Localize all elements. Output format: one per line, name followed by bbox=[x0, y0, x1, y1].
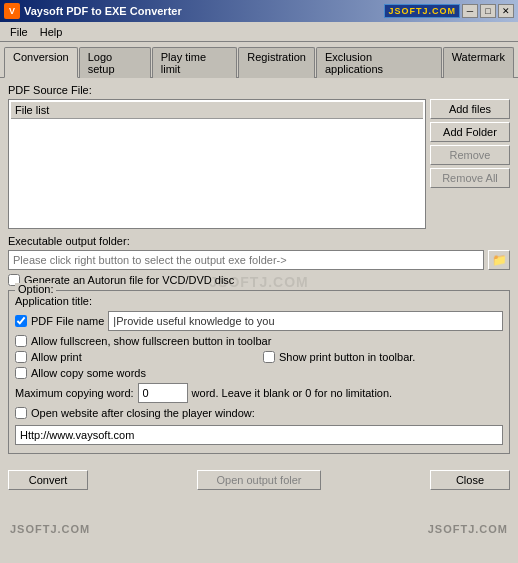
tab-conversion[interactable]: Conversion bbox=[4, 47, 78, 78]
output-label: Executable output folder: bbox=[8, 235, 510, 247]
watermark-bottom-right: JSOFTJ.COM bbox=[428, 523, 508, 535]
file-list-box: File list bbox=[8, 99, 426, 229]
file-list-area: File list Add files Add Folder Remove Re… bbox=[8, 99, 510, 229]
pdf-filename-checkbox[interactable] bbox=[15, 315, 27, 327]
bottom-bar: Convert Open output foler Close bbox=[0, 466, 518, 494]
open-output-button[interactable]: Open output foler bbox=[197, 470, 320, 490]
allow-print-col: Allow print bbox=[15, 351, 255, 363]
allow-print-label: Allow print bbox=[31, 351, 82, 363]
app-title-row: Application title: bbox=[15, 295, 503, 307]
add-folder-button[interactable]: Add Folder bbox=[430, 122, 510, 142]
max-copy-label: Maximum copying word: bbox=[15, 387, 134, 399]
file-buttons: Add files Add Folder Remove Remove All bbox=[430, 99, 510, 229]
max-copy-row: Maximum copying word: word. Leave it bla… bbox=[15, 383, 503, 403]
show-print-label: Show print button in toolbar. bbox=[279, 351, 415, 363]
menu-bar: File Help bbox=[0, 22, 518, 42]
file-list-content bbox=[11, 119, 423, 221]
no-limit-label: word. Leave it blank or 0 for no limitat… bbox=[192, 387, 393, 399]
remove-button[interactable]: Remove bbox=[430, 145, 510, 165]
allow-copy-checkbox[interactable] bbox=[15, 367, 27, 379]
minimize-button[interactable]: ─ bbox=[462, 4, 478, 18]
folder-browse-button[interactable]: 📁 bbox=[488, 250, 510, 270]
tab-play-time[interactable]: Play time limit bbox=[152, 47, 237, 78]
file-list-header: File list bbox=[11, 102, 423, 119]
tab-registration[interactable]: Registration bbox=[238, 47, 315, 78]
title-text: Vaysoft PDF to EXE Converter bbox=[24, 5, 182, 17]
autorun-row: Generate an Autorun file for VCD/DVD dis… bbox=[8, 274, 510, 286]
pdf-source-label: PDF Source File: bbox=[8, 84, 510, 96]
website-input[interactable] bbox=[15, 425, 503, 445]
tab-logo-setup[interactable]: Logo setup bbox=[79, 47, 151, 78]
show-print-checkbox[interactable] bbox=[263, 351, 275, 363]
remove-all-button[interactable]: Remove All bbox=[430, 168, 510, 188]
output-input[interactable] bbox=[8, 250, 484, 270]
pdf-filename-row: PDF File name bbox=[15, 311, 503, 331]
app-title-label: Application title: bbox=[15, 295, 92, 307]
website-checkbox-row: Open website after closing the player wi… bbox=[15, 407, 503, 419]
main-content: PDF Source File: File list Add files Add… bbox=[0, 77, 518, 466]
allow-print-checkbox[interactable] bbox=[15, 351, 27, 363]
tabs-container: Conversion Logo setup Play time limit Re… bbox=[0, 42, 518, 77]
max-copy-input[interactable] bbox=[138, 383, 188, 403]
fullscreen-row: Allow fullscreen, show fullscreen button… bbox=[15, 335, 503, 347]
maximize-button[interactable]: □ bbox=[480, 4, 496, 18]
fullscreen-label: Allow fullscreen, show fullscreen button… bbox=[31, 335, 271, 347]
pdf-filename-label: PDF File name bbox=[31, 315, 104, 327]
menu-help[interactable]: Help bbox=[34, 24, 69, 40]
options-legend: Option: bbox=[15, 283, 56, 295]
menu-file[interactable]: File bbox=[4, 24, 34, 40]
convert-button[interactable]: Convert bbox=[8, 470, 88, 490]
watermark-bottom-left: JSOFTJ.COM bbox=[10, 523, 90, 535]
close-button[interactable]: ✕ bbox=[498, 4, 514, 18]
tab-watermark[interactable]: Watermark bbox=[443, 47, 514, 78]
title-bar: V Vaysoft PDF to EXE Converter JSOFTJ.CO… bbox=[0, 0, 518, 22]
copy-row: Allow copy some words bbox=[15, 367, 503, 379]
print-row: Allow print Show print button in toolbar… bbox=[15, 351, 503, 363]
title-logo: JSOFTJ.COM bbox=[384, 4, 460, 18]
pdf-title-input[interactable] bbox=[108, 311, 503, 331]
title-bar-controls: JSOFTJ.COM ─ □ ✕ bbox=[384, 4, 514, 18]
add-files-button[interactable]: Add files bbox=[430, 99, 510, 119]
tab-exclusion[interactable]: Exclusion applications bbox=[316, 47, 442, 78]
show-print-col: Show print button in toolbar. bbox=[263, 351, 503, 363]
app-icon: V bbox=[4, 3, 20, 19]
output-row: 📁 bbox=[8, 250, 510, 270]
website-checkbox[interactable] bbox=[15, 407, 27, 419]
website-label: Open website after closing the player wi… bbox=[31, 407, 255, 419]
title-bar-left: V Vaysoft PDF to EXE Converter bbox=[4, 3, 182, 19]
fullscreen-checkbox[interactable] bbox=[15, 335, 27, 347]
close-button-bottom[interactable]: Close bbox=[430, 470, 510, 490]
options-group: Option: Application title: PDF File name… bbox=[8, 290, 510, 454]
allow-copy-label: Allow copy some words bbox=[31, 367, 146, 379]
